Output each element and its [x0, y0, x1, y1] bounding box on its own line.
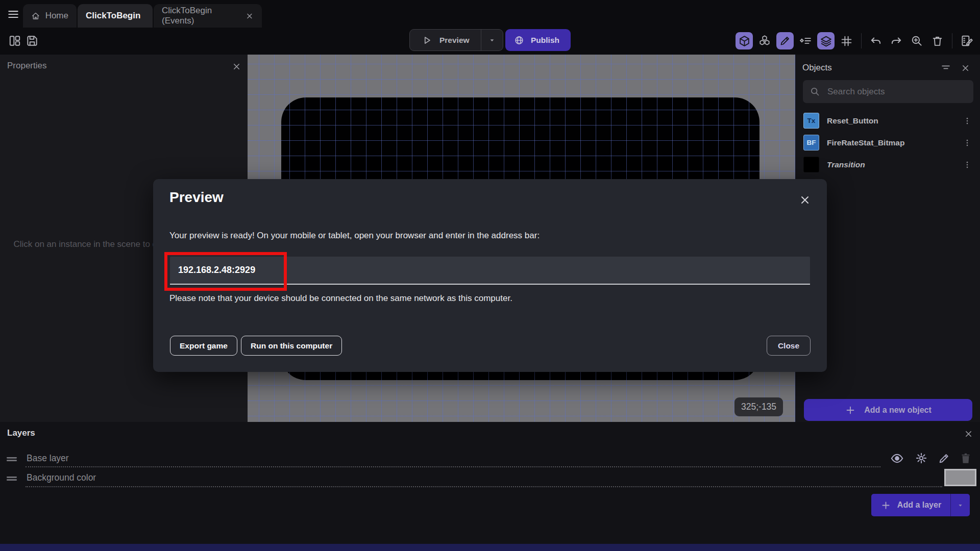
tab-scene-clicktobegin[interactable]: ClickToBegin: [78, 4, 153, 28]
layers-panel-button[interactable]: [817, 32, 835, 49]
save-icon: [26, 34, 39, 47]
search-icon: [810, 86, 820, 97]
objects-panel-header: Objects: [802, 58, 973, 78]
objects-search-input[interactable]: [826, 86, 967, 97]
close-icon: [964, 429, 973, 439]
project-manager-button[interactable]: [6, 32, 23, 49]
object-name: Reset_Button: [827, 116, 955, 126]
close-dialog-button[interactable]: [797, 192, 813, 208]
cursor-coordinates-badge: 325;-135: [734, 397, 783, 416]
background-color-swatch[interactable]: [944, 469, 976, 486]
add-layer-label: Add a layer: [897, 500, 941, 510]
tab-label: ClickToBegin (Events): [162, 6, 240, 26]
preview-address-field[interactable]: 192.168.2.48:2929: [170, 257, 810, 285]
layer-effects-button[interactable]: [914, 450, 929, 466]
edit-scene-events-button[interactable]: [958, 32, 975, 49]
tab-label: ClickToBegin: [86, 11, 140, 21]
preview-button-label: Preview: [439, 36, 470, 45]
drag-handle-icon[interactable]: [5, 472, 18, 485]
delete-button[interactable]: [928, 32, 946, 49]
tab-events-clicktobegin[interactable]: ClickToBegin (Events): [154, 4, 262, 28]
instances-icon: [758, 34, 771, 47]
layer-delete-button[interactable]: [958, 450, 973, 466]
object-name: FireRateStat_Bitmap: [827, 138, 955, 147]
pencil-icon: [938, 452, 950, 465]
close-tab-icon[interactable]: [246, 12, 254, 20]
tab-bar: Home ClickToBegin ClickToBegin (Events): [0, 0, 980, 28]
caret-down-icon: [957, 502, 964, 509]
object-row-fireratestat-bitmap[interactable]: BF FireRateStat_Bitmap: [795, 132, 980, 154]
kebab-menu-icon[interactable]: [963, 138, 972, 147]
redo-button[interactable]: [888, 32, 905, 49]
dialog-title: Preview: [169, 189, 224, 206]
grid-icon: [840, 35, 853, 47]
tab-label: Home: [45, 11, 68, 21]
object-row-reset-button[interactable]: Tx Reset_Button: [795, 110, 980, 132]
gdevelop-window: Home ClickToBegin ClickToBegin (Events): [0, 0, 980, 551]
trash-icon: [931, 35, 944, 47]
add-layer-button[interactable]: Add a layer: [871, 494, 950, 516]
close-button[interactable]: Close: [767, 336, 811, 356]
toolbar-divider: [952, 33, 952, 48]
save-button[interactable]: [23, 32, 41, 49]
tab-home[interactable]: Home: [23, 4, 77, 28]
main-menu-button[interactable]: [5, 6, 21, 22]
toggle-3d-view-button[interactable]: [736, 32, 753, 49]
globe-icon: [513, 35, 525, 46]
publish-button-label: Publish: [531, 36, 559, 45]
preview-ready-message: Your preview is ready! On your mobile or…: [169, 231, 731, 241]
play-icon: [421, 35, 432, 46]
layer-row-divider: [26, 466, 880, 467]
bottom-status-strip: [0, 544, 980, 551]
plus-icon: [880, 500, 891, 511]
filter-icon: [940, 62, 951, 73]
home-icon: [31, 11, 40, 21]
layers-panel-title: Layers: [7, 428, 35, 438]
undo-button[interactable]: [867, 32, 885, 49]
instances-list-button[interactable]: [756, 32, 773, 49]
layer-edit-button[interactable]: [936, 450, 951, 466]
add-new-object-button[interactable]: Add a new object: [804, 399, 972, 421]
grid-toggle-button[interactable]: [838, 32, 855, 49]
preview-options-button[interactable]: [481, 30, 503, 51]
preview-button[interactable]: Preview: [410, 30, 481, 51]
objects-search-box: [803, 80, 973, 103]
toolbar-divider: [861, 33, 862, 48]
kebab-menu-icon[interactable]: [963, 160, 972, 169]
add-layer-options-button[interactable]: [950, 494, 970, 516]
text-object-icon: Tx: [803, 113, 819, 129]
pencil-icon: [779, 35, 791, 47]
filter-objects-button[interactable]: [938, 60, 953, 76]
network-note: Please note that your device should be c…: [169, 293, 782, 304]
drag-handle-icon[interactable]: [5, 453, 18, 466]
scene-toolbar: Preview Publish: [0, 28, 980, 55]
sprite-object-icon: [803, 157, 819, 172]
export-game-button[interactable]: Export game: [170, 336, 237, 356]
object-row-transition[interactable]: Transition: [795, 154, 980, 176]
project-manager-icon: [8, 34, 21, 47]
publish-button[interactable]: Publish: [505, 29, 571, 51]
layer-visibility-button[interactable]: [889, 450, 904, 466]
layer-name-base[interactable]: Base layer: [27, 453, 69, 464]
close-layers-button[interactable]: [962, 427, 975, 440]
hamburger-icon: [7, 8, 20, 21]
layers-icon: [820, 35, 832, 47]
properties-panel-title: Properties: [7, 61, 46, 71]
instance-list-icon: [799, 34, 812, 47]
zoom-button[interactable]: [908, 32, 925, 49]
edit-mode-button[interactable]: [776, 32, 794, 49]
run-on-this-computer-button[interactable]: Run on this computer: [241, 336, 342, 356]
redo-icon: [890, 34, 903, 47]
kebab-menu-icon[interactable]: [963, 116, 972, 126]
trash-icon: [959, 452, 972, 465]
close-objects-button[interactable]: [958, 60, 973, 76]
preview-dialog: Preview Your preview is ready! On your m…: [153, 179, 827, 372]
layer-name-background-color[interactable]: Background color: [27, 472, 96, 483]
scene-edit-icon: [960, 34, 973, 47]
layers-panel: Layers Base layer: [0, 422, 980, 551]
layer-row-divider: [26, 486, 942, 487]
undo-icon: [869, 34, 883, 47]
instance-properties-button[interactable]: [797, 32, 814, 49]
close-properties-button[interactable]: [230, 60, 243, 73]
caret-down-icon: [488, 36, 496, 44]
